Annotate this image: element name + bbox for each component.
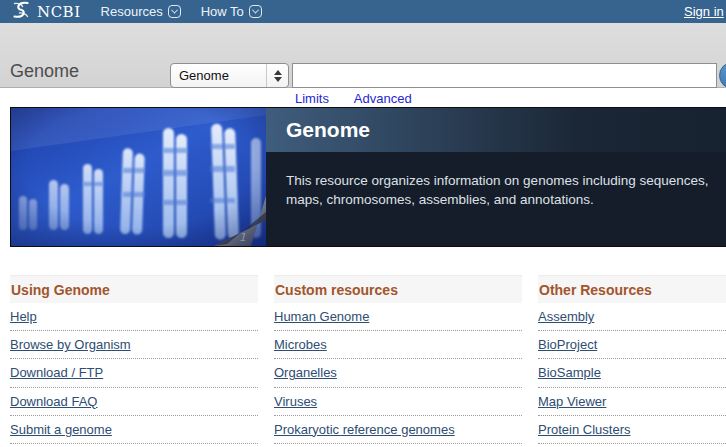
link-biosample[interactable]: BioSample <box>538 365 601 380</box>
section-using-genome: Using Genome Help Browse by Organism Dow… <box>10 275 258 444</box>
resources-menu-label: Resources <box>101 4 163 19</box>
search-button[interactable] <box>719 62 726 89</box>
howto-menu-label: How To <box>201 4 244 19</box>
link-submit-a-genome[interactable]: Submit a genome <box>10 422 112 437</box>
list-item: Prokaryotic reference genomes <box>274 416 522 444</box>
list-item: Download FAQ <box>10 388 258 416</box>
page-title: Genome <box>10 61 79 82</box>
link-prokaryotic-reference-genomes[interactable]: Prokaryotic reference genomes <box>274 422 455 437</box>
link-download-ftp[interactable]: Download / FTP <box>10 365 103 380</box>
link-bioproject[interactable]: BioProject <box>538 337 597 352</box>
howto-menu[interactable]: How To <box>201 4 262 19</box>
advanced-link[interactable]: Advanced <box>354 91 412 106</box>
chevron-down-icon <box>249 5 262 18</box>
search-quick-links: Limits Advanced <box>295 91 434 106</box>
resources-menu[interactable]: Resources <box>101 4 181 19</box>
link-microbes[interactable]: Microbes <box>274 337 327 352</box>
top-nav-bar: NCBI Resources How To Sign in <box>0 0 726 23</box>
sign-in-link[interactable]: Sign in <box>684 4 724 19</box>
section-title: Custom resources <box>274 275 522 303</box>
link-browse-by-organism[interactable]: Browse by Organism <box>10 337 131 352</box>
list-item: Help <box>10 303 258 331</box>
search-input[interactable] <box>292 63 717 88</box>
ncbi-brand-text: NCBI <box>37 3 81 21</box>
section-title: Using Genome <box>10 275 258 303</box>
limits-link[interactable]: Limits <box>295 91 329 106</box>
list-item: Human Genome <box>274 303 522 331</box>
up-down-stepper-icon <box>266 64 288 87</box>
section-custom-resources: Custom resources Human Genome Microbes O… <box>274 275 522 444</box>
hero-description: This resource organizes information on g… <box>266 152 726 246</box>
link-map-viewer[interactable]: Map Viewer <box>538 394 606 409</box>
list-item: Submit a genome <box>10 416 258 444</box>
search-header: Genome Genome Limits Advanced <box>0 23 726 88</box>
hero-banner: 1 Genome This resource organizes informa… <box>10 107 726 247</box>
link-viruses[interactable]: Viruses <box>274 394 317 409</box>
resource-columns: Using Genome Help Browse by Organism Dow… <box>10 275 726 444</box>
ncbi-logo[interactable]: NCBI <box>10 1 81 23</box>
link-assembly[interactable]: Assembly <box>538 309 594 324</box>
list-item: BioSample <box>538 359 726 387</box>
list-item: Viruses <box>274 388 522 416</box>
hero-description-line1: This resource organizes information on g… <box>286 171 726 190</box>
link-protein-clusters[interactable]: Protein Clusters <box>538 422 630 437</box>
list-item: Microbes <box>274 331 522 359</box>
section-other-resources: Other Resources Assembly BioProject BioS… <box>538 275 726 444</box>
hero-title-band: Genome <box>266 108 726 152</box>
hero-description-line2: maps, chromosomes, assemblies, and annot… <box>286 190 726 209</box>
list-item: Map Viewer <box>538 388 726 416</box>
link-organelles[interactable]: Organelles <box>274 365 337 380</box>
list-item: Browse by Organism <box>10 331 258 359</box>
hero-content: Genome This resource organizes informati… <box>266 108 726 246</box>
chromosomes-photo: 1 <box>11 108 266 246</box>
link-human-genome[interactable]: Human Genome <box>274 309 369 324</box>
ncbi-helix-icon <box>10 1 32 23</box>
hero-title: Genome <box>266 118 370 142</box>
database-select-value: Genome <box>171 68 266 83</box>
link-help[interactable]: Help <box>10 309 37 324</box>
list-item: Assembly <box>538 303 726 331</box>
link-download-faq[interactable]: Download FAQ <box>10 394 97 409</box>
page: NCBI Resources How To Sign in Genome Gen… <box>0 0 726 447</box>
list-item: Organelles <box>274 359 522 387</box>
chevron-down-icon <box>168 5 181 18</box>
section-title: Other Resources <box>538 275 726 303</box>
database-select[interactable]: Genome <box>170 63 289 88</box>
list-item: Protein Clusters <box>538 416 726 444</box>
list-item: Download / FTP <box>10 359 258 387</box>
list-item: BioProject <box>538 331 726 359</box>
